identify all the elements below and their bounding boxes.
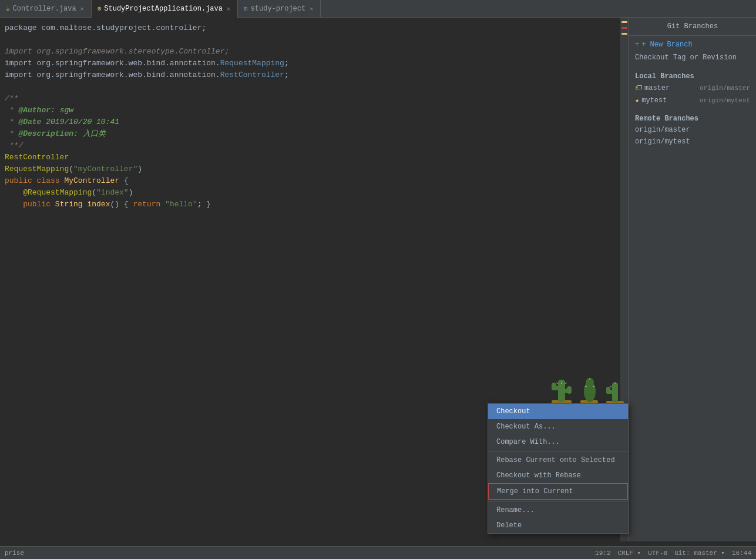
git-actions-section: + + New Branch Checkout Tag or Revision <box>629 36 756 66</box>
remote-branch-origin-mytest[interactable]: origin/mytest <box>629 136 756 148</box>
remote-origin-master-label: origin/master <box>635 126 690 134</box>
status-time: 16:44 <box>732 550 751 557</box>
branch-name-master: master <box>644 84 670 92</box>
status-bar: prise 19:2 CRLF ▾ UTF-8 Git: master ▾ 16… <box>0 546 756 559</box>
svg-line-10 <box>565 383 567 384</box>
code-line: public class MyController { <box>0 175 629 187</box>
ctx-separator-2 <box>488 501 628 501</box>
tab-bar: ☕ Controller.java ✕ ⚙ StudyProjectApplic… <box>0 0 756 18</box>
tag-icon: 🏷 <box>635 83 642 92</box>
ctx-merge-into-current[interactable]: Merge into Current <box>488 483 628 500</box>
branch-master[interactable]: 🏷 master origin/master <box>629 82 756 94</box>
git-branches-panel: Git Branches + + New Branch Checkout Tag… <box>629 18 756 541</box>
svg-line-8 <box>556 383 558 384</box>
branch-mytest[interactable]: ★ mytest origin/mytest <box>629 94 756 106</box>
branch-remote-master: origin/master <box>700 85 750 92</box>
code-line: * @Description: 入口类 <box>0 128 629 140</box>
code-line: public String index() { return "hello"; … <box>0 199 629 210</box>
tab-controller-java[interactable]: ☕ Controller.java ✕ <box>0 0 92 18</box>
local-branches-header: Local Branches <box>629 69 756 82</box>
status-crlf[interactable]: CRLF ▾ <box>617 549 641 557</box>
svg-rect-5 <box>552 383 556 390</box>
code-line: @RequestMapping("index") <box>0 187 629 199</box>
scrollbar-mark-yellow <box>621 21 627 23</box>
star-icon: ★ <box>635 96 639 105</box>
ctx-separator-1 <box>488 451 628 451</box>
ctx-checkout[interactable]: Checkout <box>488 404 628 419</box>
code-line: * @Author: sgw <box>0 105 629 116</box>
new-branch-button[interactable]: + + New Branch <box>629 38 756 51</box>
code-line: RequestMapping("myController") <box>0 163 629 175</box>
tab-close-0[interactable]: ✕ <box>79 5 85 13</box>
code-line: RestController <box>0 152 629 163</box>
local-branches-section: Local Branches 🏷 master origin/master ★ … <box>629 66 756 109</box>
remote-branches-header: Remote Branches <box>629 111 756 124</box>
status-encoding[interactable]: UTF-8 <box>648 550 667 557</box>
ctx-compare-with[interactable]: Compare With... <box>488 434 628 450</box>
remote-branches-section: Remote Branches origin/master origin/myt… <box>629 109 756 150</box>
code-line <box>0 34 629 46</box>
svg-line-26 <box>610 386 612 387</box>
ctx-delete[interactable]: Delete <box>488 518 628 533</box>
code-line: import org.springframework.web.bind.anno… <box>0 69 629 81</box>
code-line: package com.maltose.studyproject.control… <box>0 22 629 34</box>
status-line-col: 19:2 <box>595 550 610 557</box>
svg-rect-24 <box>606 387 610 394</box>
status-git-branch[interactable]: Git: master ▾ <box>674 549 725 557</box>
remote-origin-mytest-label: origin/mytest <box>635 138 690 146</box>
code-line: import org.springframework.stereotype.Co… <box>0 46 629 58</box>
plus-icon: + <box>635 41 639 49</box>
scrollbar-mark-yellow2 <box>621 33 627 35</box>
gear-java-icon: ⚙ <box>98 5 102 12</box>
status-left-text: prise <box>5 550 24 557</box>
context-menu: Checkout Checkout As... Compare With... … <box>488 403 629 534</box>
tab-close-1[interactable]: ✕ <box>226 5 231 13</box>
ctx-rebase[interactable]: Rebase Current onto Selected <box>488 453 628 468</box>
checkout-tag-button[interactable]: Checkout Tag or Revision <box>629 51 756 64</box>
code-line: import org.springframework.web.bind.anno… <box>0 58 629 69</box>
status-right: 19:2 CRLF ▾ UTF-8 Git: master ▾ 16:44 <box>595 549 751 557</box>
code-line: **/ <box>0 140 629 152</box>
scrollbar-mark-red <box>621 27 627 29</box>
ctx-checkout-as[interactable]: Checkout As... <box>488 419 628 434</box>
code-line <box>0 81 629 93</box>
tab-studyprojectapplication[interactable]: ⚙ StudyProjectApplication.java ✕ <box>92 0 238 18</box>
tab-study-project[interactable]: m study-project ✕ <box>238 0 321 18</box>
ctx-rename[interactable]: Rename... <box>488 503 628 518</box>
svg-rect-7 <box>567 386 572 394</box>
editor-area: package com.maltose.studyproject.control… <box>0 18 756 541</box>
java-icon: ☕ <box>6 5 10 12</box>
remote-branch-origin-master[interactable]: origin/master <box>629 124 756 136</box>
ctx-checkout-rebase[interactable]: Checkout with Rebase <box>488 468 628 483</box>
tab-close-2[interactable]: ✕ <box>308 5 314 13</box>
m-icon: m <box>244 5 248 12</box>
code-line: * @Date 2019/10/20 10:41 <box>0 116 629 128</box>
branch-remote-mytest: origin/mytest <box>700 97 750 104</box>
svg-rect-22 <box>612 383 618 402</box>
branch-name-mytest: mytest <box>641 96 667 105</box>
code-line: /** <box>0 93 629 105</box>
git-branches-header: Git Branches <box>629 18 756 36</box>
